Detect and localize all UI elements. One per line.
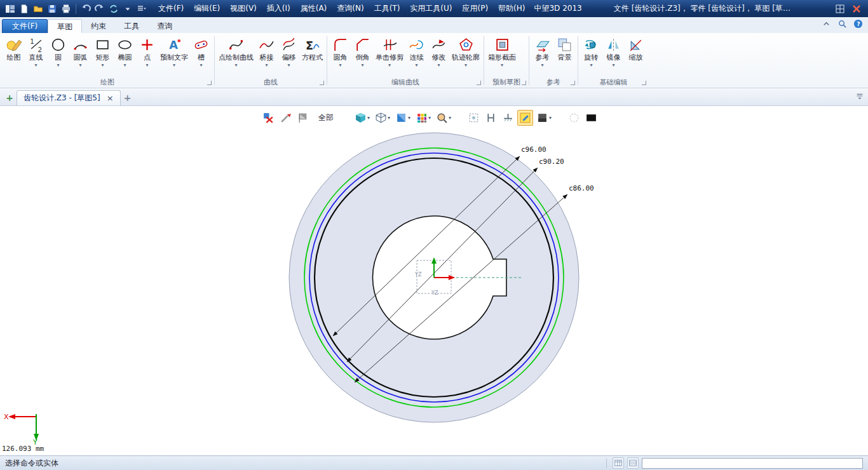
- dropdown-caret-icon[interactable]: ▾: [200, 62, 202, 68]
- dropdown-caret-icon[interactable]: ▾: [449, 115, 451, 121]
- shaded-cube-button[interactable]: ▾: [353, 110, 372, 126]
- flag-button[interactable]: [295, 110, 311, 126]
- qat-caret-icon[interactable]: [121, 3, 134, 15]
- dropdown-caret-icon[interactable]: ▾: [367, 115, 370, 121]
- ribbon-item-offset[interactable]: 偏移▾: [278, 35, 300, 68]
- ground-plane-button[interactable]: [500, 110, 516, 126]
- ribbon-item-point[interactable]: 点▾: [136, 35, 158, 68]
- menu-item-0[interactable]: 文件(F): [153, 3, 189, 14]
- menu-item-5[interactable]: 查询(N): [332, 3, 369, 14]
- dimension-label-c96[interactable]: c96.00: [521, 145, 546, 154]
- menu-list-icon[interactable]: [135, 3, 148, 15]
- drawing-canvas[interactable]: c96.00 c90.20 c86.00 YZ YZ X Y 126.093 m…: [0, 106, 868, 455]
- ribbon-item-box-section[interactable]: 箱形截面▾: [486, 35, 518, 68]
- ribbon-item-rotate[interactable]: 旋转▾: [580, 35, 602, 68]
- ribbon-item-chamfer[interactable]: 倒角▾: [351, 35, 374, 68]
- menu-item-8[interactable]: 应用(P): [457, 3, 493, 14]
- dropdown-caret-icon[interactable]: ▾: [361, 62, 363, 68]
- ribbon-item-reference[interactable]: 参考▾: [531, 35, 553, 68]
- ribbon-item-mirror[interactable]: 镜像▾: [602, 35, 625, 68]
- document-tab[interactable]: 齿轮设计.Z3 - [草图5] ×: [17, 90, 121, 105]
- ribbon-item-arc[interactable]: 圆弧▾: [69, 35, 92, 68]
- dropdown-caret-icon[interactable]: ▾: [388, 115, 390, 121]
- open-folder-icon[interactable]: [32, 3, 44, 15]
- tab-list-icon[interactable]: [855, 91, 864, 102]
- menu-item-3[interactable]: 插入(I): [262, 3, 295, 14]
- brand-x-icon[interactable]: [850, 3, 863, 15]
- new-tab-icon[interactable]: +: [3, 93, 17, 105]
- dropdown-caret-icon[interactable]: ▾: [123, 62, 126, 68]
- ribbon-item-bridge[interactable]: 桥接▾: [255, 35, 278, 68]
- print-icon[interactable]: [60, 3, 72, 15]
- dropdown-caret-icon[interactable]: ▾: [57, 62, 59, 68]
- pattern-grid-button[interactable]: ▾: [414, 110, 433, 126]
- group-expander-icon[interactable]: [207, 81, 212, 85]
- dropdown-caret-icon[interactable]: ▾: [265, 62, 268, 68]
- display-mode-button[interactable]: ▾: [534, 110, 553, 126]
- table-cells-icon[interactable]: [613, 457, 624, 469]
- dropdown-caret-icon[interactable]: ▾: [234, 62, 237, 68]
- window-grid-icon[interactable]: [834, 3, 846, 15]
- menu-item-9[interactable]: 帮助(H): [493, 3, 530, 14]
- menu-item-1[interactable]: 编辑(E): [189, 3, 225, 14]
- dropdown-caret-icon[interactable]: ▾: [465, 62, 467, 68]
- ribbon-item-equation[interactable]: Σ方程式: [300, 35, 325, 68]
- highlight-button[interactable]: [517, 110, 533, 126]
- ribbon-item-text[interactable]: A预制文字▾: [158, 35, 190, 68]
- group-expander-icon[interactable]: [642, 81, 646, 85]
- group-expander-icon[interactable]: [477, 81, 481, 85]
- ribbon-item-continue[interactable]: 连续▾: [405, 35, 428, 68]
- dropdown-caret-icon[interactable]: ▾: [415, 62, 417, 68]
- ribbon-item-fillet[interactable]: 圆角▾: [329, 35, 351, 68]
- file-menu-button[interactable]: 文件(F): [2, 19, 48, 33]
- menu-item-6[interactable]: 工具(T): [369, 3, 405, 14]
- ribbon-item-line[interactable]: 12直线▾: [25, 35, 47, 68]
- ribbon-item-slot[interactable]: 槽▾: [190, 35, 212, 68]
- group-expander-icon[interactable]: [571, 81, 575, 85]
- menu-item-4[interactable]: 属性(A): [295, 3, 332, 14]
- sync-icon[interactable]: [107, 3, 120, 15]
- ribbon-item-rectangle[interactable]: 矩形▾: [92, 35, 114, 68]
- collapse-ribbon-icon[interactable]: [822, 19, 831, 30]
- dropdown-caret-icon[interactable]: ▾: [287, 62, 290, 68]
- view-filter-label[interactable]: 全部: [318, 112, 334, 123]
- menu-item-7[interactable]: 实用工具(U): [405, 3, 457, 14]
- clip-box-button[interactable]: [466, 110, 482, 126]
- command-input[interactable]: [642, 458, 863, 469]
- ribbon-item-background[interactable]: 背景: [553, 35, 576, 68]
- dropdown-caret-icon[interactable]: ▾: [146, 62, 148, 68]
- new-document-icon[interactable]: [18, 3, 31, 15]
- close-tab-icon[interactable]: ×: [107, 93, 114, 103]
- ribbon-item-sketch[interactable]: 绘图: [3, 35, 25, 68]
- dropdown-caret-icon[interactable]: ▾: [173, 62, 175, 68]
- ribbon-item-ellipse[interactable]: 椭圆▾: [114, 35, 136, 68]
- ribbon-item-scale[interactable]: 缩放: [625, 35, 647, 68]
- dropdown-caret-icon[interactable]: ▾: [101, 62, 104, 68]
- tab-constraint[interactable]: 约束: [82, 19, 115, 33]
- save-icon[interactable]: [46, 3, 58, 15]
- dropdown-caret-icon[interactable]: ▾: [34, 62, 37, 68]
- dropdown-caret-icon[interactable]: ▾: [428, 115, 431, 121]
- ribbon-item-modify[interactable]: 修改▾: [428, 35, 450, 68]
- rows-icon[interactable]: [627, 457, 639, 469]
- group-expander-icon[interactable]: [522, 81, 526, 85]
- dropdown-caret-icon[interactable]: ▾: [501, 62, 503, 68]
- zoom-window-button[interactable]: ▾: [434, 110, 453, 126]
- wireframe-cube-button[interactable]: ▾: [373, 110, 392, 126]
- dropdown-caret-icon[interactable]: ▾: [408, 115, 410, 121]
- dropdown-caret-icon[interactable]: ▾: [79, 62, 81, 68]
- section-view-button[interactable]: [483, 110, 499, 126]
- ribbon-item-spline[interactable]: 点绘制曲线▾: [217, 35, 255, 68]
- group-expander-icon[interactable]: [320, 81, 324, 85]
- dropdown-caret-icon[interactable]: ▾: [590, 62, 592, 68]
- redo-icon[interactable]: [93, 3, 106, 15]
- black-square-button[interactable]: [583, 110, 599, 126]
- ribbon-item-track-profile[interactable]: 轨迹轮廓▾: [450, 35, 482, 68]
- search-icon[interactable]: [837, 19, 847, 30]
- dropdown-caret-icon[interactable]: ▾: [541, 62, 543, 68]
- dropdown-caret-icon[interactable]: ▾: [437, 62, 440, 68]
- add-tab-icon[interactable]: +: [121, 93, 135, 105]
- dropdown-caret-icon[interactable]: ▾: [549, 115, 552, 121]
- view-plane-button[interactable]: ▾: [393, 110, 412, 126]
- ribbon-item-circle[interactable]: 圆▾: [47, 35, 69, 68]
